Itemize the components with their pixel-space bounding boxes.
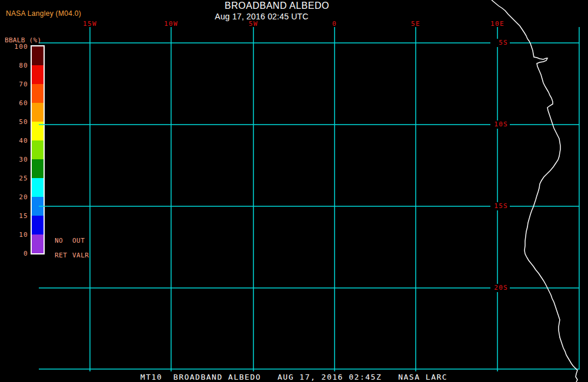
map-canvas <box>0 0 588 382</box>
longitude-label: 5W <box>230 20 277 28</box>
latitude-label: 10S <box>490 120 510 129</box>
albedo-map-screen: NASA Langley (M04.0) BROADBAND ALBEDO Au… <box>0 0 588 382</box>
longitude-label: 10E <box>474 20 521 28</box>
colorbar-tick-label: 25 <box>0 175 28 182</box>
colorbar-tick-label: 60 <box>0 99 28 107</box>
flag-label-ret: RET <box>55 252 67 259</box>
longitude-label: 15W <box>66 20 113 28</box>
status-bar-text: MT10 BROADBAND ALBEDO AUG 17, 2016 02:45… <box>0 373 588 381</box>
colorbar-tick-label: 20 <box>0 193 28 201</box>
colorbar-tick-label: 15 <box>0 212 28 220</box>
colorbar-tick-label: 10 <box>0 231 28 239</box>
colorbar-tick-label: 40 <box>0 137 28 145</box>
longitude-label: 0 <box>311 20 358 28</box>
colorbar-tick-label: 70 <box>0 81 28 88</box>
colorbar-tick-label: 50 <box>0 118 28 126</box>
colorbar-tick-label: 100 <box>0 43 28 51</box>
colorbar-tick-label: 80 <box>0 62 28 69</box>
coastline-path <box>492 0 577 382</box>
latitude-label: 15S <box>490 202 510 210</box>
latitude-label: 5S <box>490 39 510 47</box>
latitude-label: 20S <box>490 284 510 292</box>
colorbar-tick-label: 0 <box>0 250 28 257</box>
flag-label-out: OUT <box>72 237 85 244</box>
flag-label-no: NO <box>55 237 63 244</box>
colorbar-tick-label: 30 <box>0 156 28 163</box>
longitude-label: 5E <box>392 20 439 28</box>
flag-label-valr: VALR <box>72 252 89 259</box>
longitude-label: 10W <box>148 20 195 28</box>
